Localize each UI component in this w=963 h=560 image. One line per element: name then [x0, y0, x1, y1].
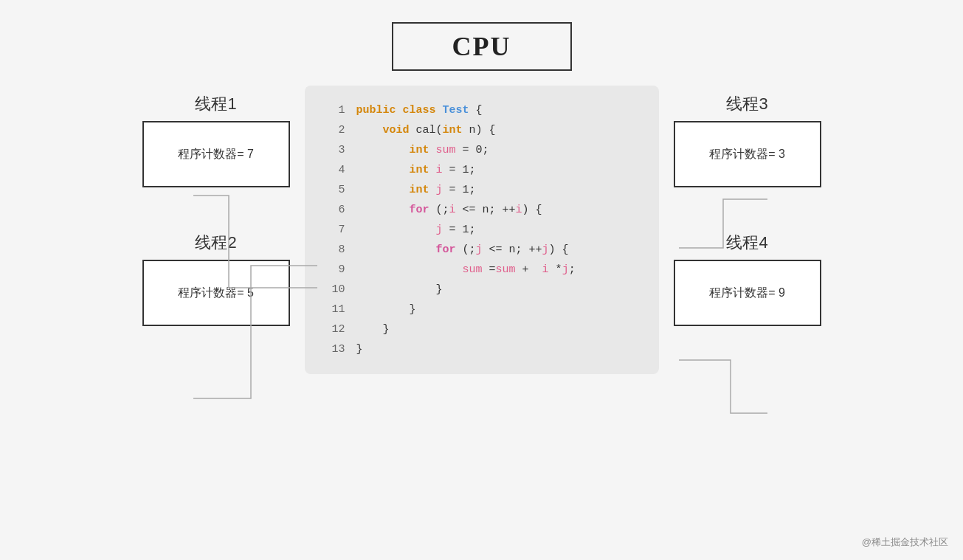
- thread2-box: 程序计数器= 5: [142, 260, 290, 326]
- code-line-1: 1 public class Test {: [327, 100, 637, 120]
- right-threads: 线程3 程序计数器= 3 线程4 程序计数器= 9: [674, 93, 821, 326]
- thread1-pc: 程序计数器= 7: [178, 147, 254, 162]
- thread3-box: 程序计数器= 3: [674, 121, 821, 187]
- watermark: @稀土掘金技术社区: [862, 536, 948, 549]
- code-container: 1 public class Test { 2 void cal( int n)…: [305, 86, 659, 374]
- cpu-box: CPU: [392, 22, 572, 71]
- thread1-group: 线程1 程序计数器= 7: [142, 93, 290, 187]
- code-line-2: 2 void cal( int n) {: [327, 120, 637, 140]
- thread4-group: 线程4 程序计数器= 9: [674, 232, 821, 326]
- code-line-13: 13 }: [327, 339, 637, 359]
- thread3-label: 线程3: [726, 93, 767, 115]
- thread2-label: 线程2: [195, 232, 236, 254]
- code-line-9: 9 sum = sum + i * j ;: [327, 260, 637, 280]
- thread4-label: 线程4: [726, 232, 767, 254]
- code-line-10: 10 }: [327, 280, 637, 300]
- code-line-7: 7 j = 1;: [327, 220, 637, 240]
- thread1-box: 程序计数器= 7: [142, 121, 290, 187]
- code-block: 1 public class Test { 2 void cal( int n)…: [327, 100, 637, 359]
- left-threads: 线程1 程序计数器= 7 线程2 程序计数器= 5: [142, 93, 290, 326]
- code-line-3: 3 int sum = 0;: [327, 140, 637, 160]
- thread2-pc: 程序计数器= 5: [178, 286, 254, 301]
- code-line-4: 4 int i = 1;: [327, 160, 637, 180]
- thread4-pc: 程序计数器= 9: [709, 286, 785, 301]
- code-line-8: 8 for (; j <= n; ++ j ) {: [327, 240, 637, 260]
- thread3-pc: 程序计数器= 3: [709, 147, 785, 162]
- watermark-text: @稀土掘金技术社区: [862, 536, 948, 547]
- thread1-label: 线程1: [195, 93, 236, 115]
- thread2-group: 线程2 程序计数器= 5: [142, 232, 290, 326]
- code-line-5: 5 int j = 1;: [327, 180, 637, 200]
- thread4-box: 程序计数器= 9: [674, 260, 821, 326]
- thread3-group: 线程3 程序计数器= 3: [674, 93, 821, 187]
- code-line-6: 6 for (; i <= n; ++ i ) {: [327, 200, 637, 220]
- cpu-label: CPU: [452, 32, 511, 61]
- code-line-12: 12 }: [327, 319, 637, 339]
- code-line-11: 11 }: [327, 300, 637, 319]
